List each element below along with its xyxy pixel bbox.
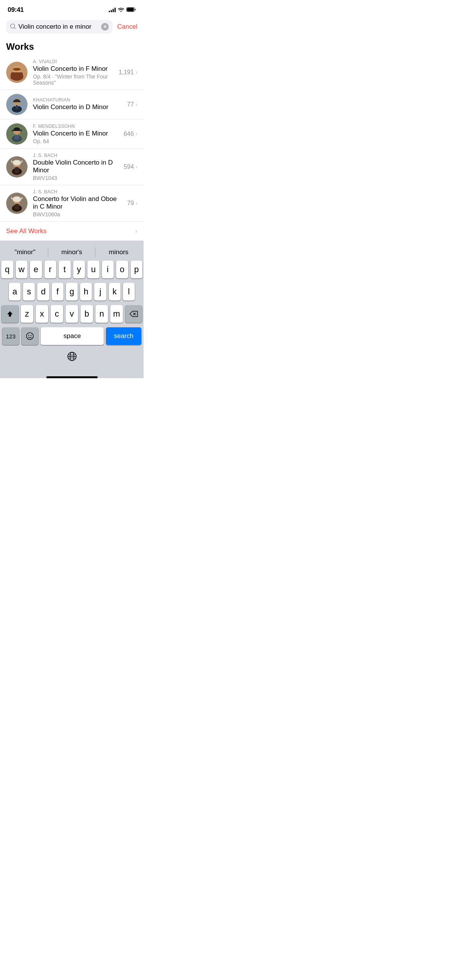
key-n[interactable]: n <box>95 305 108 323</box>
svg-point-6 <box>13 68 21 71</box>
work-item[interactable]: F. MENDELSSOHN Violin Concerto in E Mino… <box>0 119 144 149</box>
predictive-item-3[interactable]: minors <box>95 244 142 261</box>
work-composer: J. S. BACH <box>33 153 118 158</box>
work-count: 1,191 › <box>119 69 137 76</box>
key-b[interactable]: b <box>80 305 93 323</box>
key-t[interactable]: t <box>59 261 71 278</box>
key-k[interactable]: k <box>109 283 121 301</box>
svg-rect-11 <box>16 105 18 109</box>
avatar <box>6 123 28 145</box>
key-c[interactable]: c <box>51 305 63 323</box>
delete-key[interactable] <box>125 305 142 323</box>
key-x[interactable]: x <box>36 305 48 323</box>
key-v[interactable]: v <box>65 305 78 323</box>
chevron-right-icon: › <box>136 69 137 76</box>
predictive-text-2: minor's <box>61 248 82 256</box>
work-subtitle: BWV1043 <box>33 175 118 181</box>
key-row-4: 123 space search <box>1 327 142 345</box>
search-glass-icon <box>10 23 16 31</box>
status-bar: 09:41 <box>0 0 144 17</box>
chevron-right-icon: › <box>136 101 137 108</box>
keyboard-area: "minor" minor's minors q w e r t y u i o… <box>0 241 144 378</box>
section-header: Works <box>0 37 144 55</box>
work-title: Violin Concerto in D Minor <box>33 103 122 111</box>
avatar <box>6 156 28 178</box>
wifi-icon <box>118 7 124 13</box>
key-u[interactable]: u <box>87 261 100 278</box>
key-r[interactable]: r <box>44 261 57 278</box>
key-s[interactable]: s <box>23 283 35 301</box>
globe-key[interactable] <box>64 348 80 365</box>
globe-bar <box>0 345 144 376</box>
predictive-item-1[interactable]: "minor" <box>2 244 48 261</box>
key-a[interactable]: a <box>9 283 21 301</box>
key-p[interactable]: p <box>131 261 143 278</box>
work-title: Violin Concerto in E Minor <box>33 130 118 137</box>
work-info: A. VIVALDI Violin Concerto in F Minor Op… <box>33 59 113 86</box>
work-subtitle: BWV1060a <box>33 211 122 217</box>
emoji-key[interactable] <box>21 327 38 345</box>
avatar <box>6 94 28 115</box>
shift-key[interactable] <box>2 305 18 323</box>
key-o[interactable]: o <box>116 261 128 278</box>
key-d[interactable]: d <box>37 283 49 301</box>
status-icons <box>109 7 136 13</box>
cancel-button[interactable]: Cancel <box>117 23 137 31</box>
key-h[interactable]: h <box>80 283 92 301</box>
chevron-right-icon: › <box>136 163 137 170</box>
key-row-2: a s d f g h j k l <box>1 283 142 301</box>
chevron-right-icon: › <box>136 200 137 207</box>
home-indicator <box>46 376 98 378</box>
key-i[interactable]: i <box>102 261 114 278</box>
work-info: F. MENDELSSOHN Violin Concerto in E Mino… <box>33 124 118 144</box>
key-e[interactable]: e <box>30 261 42 278</box>
key-row-3: z x c v b n m <box>1 305 142 323</box>
svg-point-27 <box>31 335 31 336</box>
search-bar-row: Violin concerto in e minor ✕ Cancel <box>0 17 144 37</box>
search-input[interactable]: Violin concerto in e minor <box>18 23 99 31</box>
work-composer: F. MENDELSSOHN <box>33 124 118 129</box>
key-g[interactable]: g <box>66 283 78 301</box>
space-key[interactable]: space <box>41 327 104 345</box>
key-row-1: q w e r t y u i o p <box>1 261 142 278</box>
see-all-label: See All Works <box>6 227 47 235</box>
avatar <box>6 62 28 83</box>
key-w[interactable]: w <box>16 261 28 278</box>
work-composer: J. S. BACH <box>33 189 122 194</box>
work-title: Concerto for Violin and Oboe in C Minor <box>33 195 122 211</box>
work-item[interactable]: KHACHATURIAN Violin Concerto in D Minor … <box>0 90 144 119</box>
key-l[interactable]: l <box>123 283 135 301</box>
work-item[interactable]: J. S. BACH Concerto for Violin and Oboe … <box>0 185 144 222</box>
status-time: 09:41 <box>8 6 24 14</box>
work-title: Violin Concerto in F Minor <box>33 65 113 73</box>
signal-icon <box>109 8 116 12</box>
key-q[interactable]: q <box>1 261 13 278</box>
key-f[interactable]: f <box>52 283 64 301</box>
work-info: J. S. BACH Double Violin Concerto in D M… <box>33 153 118 181</box>
section-title: Works <box>6 41 34 52</box>
key-j[interactable]: j <box>94 283 106 301</box>
search-input-wrapper[interactable]: Violin concerto in e minor ✕ <box>6 20 113 34</box>
work-count: 646 › <box>124 131 137 137</box>
key-y[interactable]: y <box>73 261 85 278</box>
key-z[interactable]: z <box>21 305 33 323</box>
numbers-key[interactable]: 123 <box>2 327 19 345</box>
clear-search-button[interactable]: ✕ <box>101 23 109 31</box>
search-key[interactable]: search <box>106 327 141 345</box>
predictive-text-3: minors <box>109 248 128 256</box>
battery-icon <box>126 7 136 13</box>
work-subtitle: Op. 64 <box>33 138 118 144</box>
work-count: 77 › <box>127 101 137 108</box>
work-subtitle: Op. 8/4 · "Winter from The Four Seasons" <box>33 74 113 86</box>
predictive-bar: "minor" minor's minors <box>0 244 144 261</box>
work-composer: A. VIVALDI <box>33 59 113 64</box>
work-item[interactable]: A. VIVALDI Violin Concerto in F Minor Op… <box>0 55 144 90</box>
predictive-item-2[interactable]: minor's <box>48 244 95 261</box>
work-composer: KHACHATURIAN <box>33 97 122 103</box>
work-item[interactable]: J. S. BACH Double Violin Concerto in D M… <box>0 149 144 185</box>
key-m[interactable]: m <box>110 305 123 323</box>
svg-rect-1 <box>127 8 134 11</box>
predictive-text-1: "minor" <box>15 248 36 256</box>
work-title: Double Violin Concerto in D Minor <box>33 159 118 174</box>
see-all-works-row[interactable]: See All Works › <box>0 222 144 241</box>
